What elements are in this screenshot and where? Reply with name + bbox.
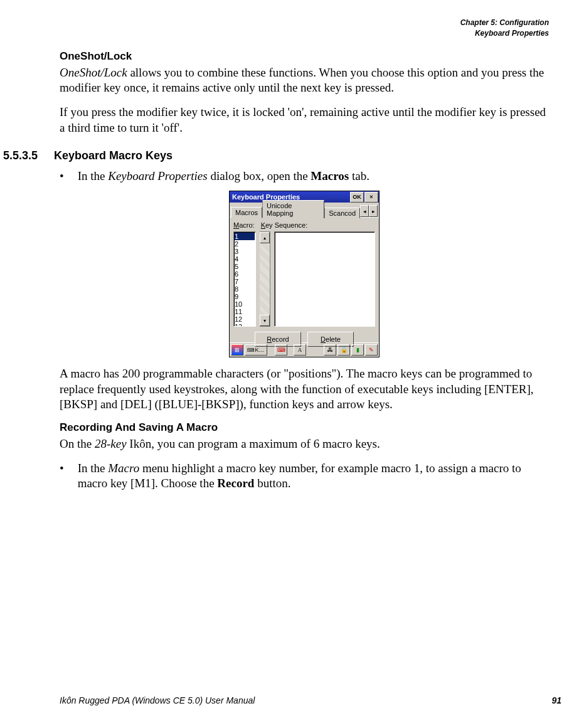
rb-post: button. bbox=[254, 477, 290, 490]
rb-italic: Macro bbox=[108, 462, 139, 475]
page-content: OneShot/Lock OneShot/Lock allows you to … bbox=[0, 39, 561, 492]
start-icon[interactable]: ⊞ bbox=[231, 344, 243, 356]
oneshot-rest: allows you to combine these functions. W… bbox=[60, 66, 544, 95]
header-chapter: Chapter 5: Configuration bbox=[0, 18, 549, 28]
tab-scroll-right[interactable]: ▸ bbox=[369, 205, 378, 217]
macro-12[interactable]: 12 bbox=[235, 315, 255, 323]
section-5535-heading: 5.5.3.5 Keyboard Macro Keys bbox=[3, 149, 492, 162]
macro-4[interactable]: 4 bbox=[235, 255, 255, 263]
field-labels: Macro: Key Sequence: bbox=[233, 221, 375, 229]
scroll-track[interactable] bbox=[260, 243, 270, 315]
macro-2[interactable]: 2 bbox=[235, 240, 255, 248]
header-section: Keyboard Properties bbox=[0, 28, 549, 39]
running-header: Chapter 5: Configuration Keyboard Proper… bbox=[0, 18, 561, 39]
bullet-dot-2: • bbox=[60, 461, 64, 492]
section-number: 5.5.3.5 bbox=[3, 149, 38, 162]
rec-post: Ikôn, you can program a maximum of 6 mac… bbox=[127, 437, 380, 450]
tray-battery-icon[interactable]: ▮ bbox=[351, 344, 364, 356]
section-title: Keyboard Macro Keys bbox=[54, 149, 173, 162]
tab-unicode[interactable]: Unicode Mapping bbox=[262, 200, 324, 218]
key-sequence-field[interactable] bbox=[274, 231, 375, 327]
recording-bullet-text: In the Macro menu highlight a macro key … bbox=[78, 461, 549, 492]
keyseq-label: Key Sequence: bbox=[261, 221, 308, 229]
intro-italic: Keyboard Properties bbox=[108, 169, 208, 182]
intro-bold: Macros bbox=[311, 169, 349, 182]
rb-bold: Record bbox=[217, 477, 254, 490]
intro-bullet: • In the Keyboard Properties dialog box,… bbox=[60, 169, 549, 184]
oneshot-p2: If you press the modifier key twice, it … bbox=[60, 105, 549, 135]
tray-kbd-icon[interactable]: ⌨ bbox=[275, 344, 287, 356]
oneshot-title: OneShot/Lock bbox=[60, 50, 549, 63]
tray-pen-icon[interactable]: ✎ bbox=[365, 344, 378, 356]
footer-page-number: 91 bbox=[551, 695, 561, 705]
columns: 1 2 3 4 5 6 7 8 9 10 11 12 13 bbox=[233, 231, 375, 327]
macro-9[interactable]: 9 bbox=[235, 293, 255, 300]
tab-scroll-left[interactable]: ◂ bbox=[360, 205, 369, 217]
intro-post: tab. bbox=[349, 169, 369, 182]
recording-title: Recording And Saving A Macro bbox=[60, 421, 549, 434]
tab-scancode[interactable]: Scancod bbox=[324, 208, 360, 218]
scroll-down[interactable]: ▾ bbox=[260, 315, 270, 326]
macro-8[interactable]: 8 bbox=[235, 285, 255, 293]
intro-pre: In the bbox=[78, 169, 109, 182]
tray-a-icon[interactable]: A bbox=[294, 344, 306, 356]
oneshot-p1: OneShot/Lock allows you to combine these… bbox=[60, 65, 549, 96]
oneshot-term: OneShot/Lock bbox=[60, 66, 127, 79]
ok-button[interactable]: OK bbox=[350, 192, 364, 203]
tray-lock-icon[interactable]: 🔒 bbox=[337, 344, 350, 356]
rec-pre: On the bbox=[60, 437, 95, 450]
macro-3[interactable]: 3 bbox=[235, 248, 255, 255]
macro-13[interactable]: 13 bbox=[235, 323, 255, 327]
macro-10[interactable]: 10 bbox=[235, 300, 255, 308]
page: Chapter 5: Configuration Keyboard Proper… bbox=[0, 0, 574, 728]
macro-label: Macro: bbox=[233, 221, 255, 229]
tab-strip: Macros Unicode Mapping Scancod ◂ ▸ bbox=[230, 203, 379, 217]
bullet-dot: • bbox=[60, 169, 64, 184]
macro-1[interactable]: 1 bbox=[235, 233, 255, 240]
close-button[interactable]: × bbox=[364, 192, 378, 203]
tray-net-icon[interactable]: 🖧 bbox=[324, 344, 336, 356]
rb-pre: In the bbox=[78, 462, 109, 475]
tab-macros[interactable]: Macros bbox=[231, 207, 262, 218]
intro-text: In the Keyboard Properties dialog box, o… bbox=[78, 169, 369, 184]
macro-7[interactable]: 7 bbox=[235, 278, 255, 285]
page-footer: Ikôn Rugged PDA (Windows CE 5.0) User Ma… bbox=[60, 695, 561, 705]
task-label: K… bbox=[255, 347, 264, 353]
rec-italic: 28-key bbox=[95, 437, 127, 450]
intro-mid: dialog box, open the bbox=[208, 169, 311, 182]
macro-5[interactable]: 5 bbox=[235, 263, 255, 270]
tab-panel-macros: Macro: Key Sequence: 1 2 3 4 5 6 7 8 bbox=[230, 217, 379, 342]
taskbar: ⊞ ⌨K… ⌨ A 🖧 🔒 ▮ ✎ bbox=[230, 342, 379, 357]
figure-keyboard-properties: Keyboard Properties OK × Macros Unicode … bbox=[60, 191, 549, 357]
recording-p: On the 28-key Ikôn, you can program a ma… bbox=[60, 436, 549, 452]
rb-mid: menu highlight a macro key number, for e… bbox=[78, 462, 521, 490]
dialog-window: Keyboard Properties OK × Macros Unicode … bbox=[229, 191, 380, 357]
macro-11[interactable]: 11 bbox=[235, 308, 255, 315]
task-button[interactable]: ⌨K… bbox=[245, 344, 267, 356]
after-figure-text: A macro has 200 programmable characters … bbox=[60, 366, 549, 413]
macro-6[interactable]: 6 bbox=[235, 270, 255, 278]
tab-scroll-buttons: ◂ ▸ bbox=[360, 205, 378, 217]
macro-list[interactable]: 1 2 3 4 5 6 7 8 9 10 11 12 13 bbox=[233, 231, 256, 327]
scroll-up[interactable]: ▴ bbox=[260, 232, 270, 243]
recording-bullet: • In the Macro menu highlight a macro ke… bbox=[60, 461, 549, 492]
macro-scrollbar[interactable]: ▴ ▾ bbox=[260, 231, 270, 327]
footer-manual: Ikôn Rugged PDA (Windows CE 5.0) User Ma… bbox=[60, 695, 255, 705]
